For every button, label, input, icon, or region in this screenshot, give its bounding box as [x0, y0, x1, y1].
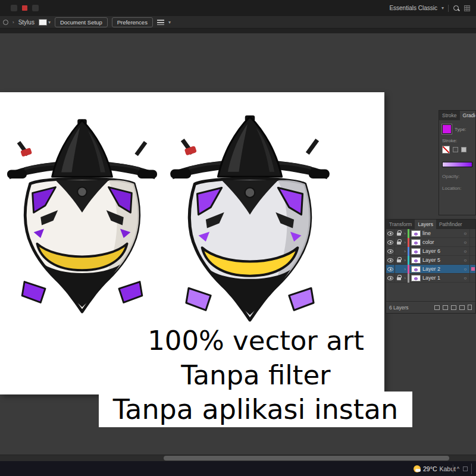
- motorcycle-illustration-right: [170, 115, 330, 324]
- layer-count-status: 6 Layers: [389, 305, 409, 311]
- expand-chevron-icon[interactable]: ›: [402, 258, 408, 263]
- tab-gradient[interactable]: Gradient: [460, 111, 476, 120]
- lock-icon: [397, 233, 401, 236]
- illustrator-window: Essentials Classic ▾ › Stylus ▾ Document…: [0, 0, 476, 476]
- expand-chevron-icon[interactable]: ›: [402, 240, 408, 245]
- target-circle-icon[interactable]: ○: [461, 258, 469, 263]
- visibility-toggle[interactable]: [386, 238, 395, 246]
- windows-taskbar: 29°C Kabut ^: [0, 461, 476, 476]
- home-icon[interactable]: [11, 5, 17, 11]
- selection-column[interactable]: [469, 238, 475, 246]
- preferences-button[interactable]: Preferences: [112, 17, 153, 27]
- divider: [448, 5, 449, 12]
- show-desktop-button[interactable]: [471, 464, 472, 474]
- horizontal-scrollbar[interactable]: [0, 455, 476, 461]
- location-label: Location:: [442, 186, 472, 191]
- selection-column[interactable]: [469, 256, 475, 264]
- search-icon[interactable]: [453, 5, 460, 12]
- expand-chevron-icon[interactable]: ›: [402, 267, 408, 272]
- style-swatch-dropdown[interactable]: ▾: [39, 19, 51, 26]
- layer-name[interactable]: Layer 5: [422, 257, 461, 263]
- visibility-toggle[interactable]: [386, 265, 395, 273]
- chevron-right-icon[interactable]: ›: [12, 20, 14, 25]
- layer-name[interactable]: Layer 6: [422, 248, 461, 254]
- layer-name[interactable]: line: [422, 230, 461, 236]
- target-circle-icon[interactable]: ○: [461, 275, 469, 281]
- visibility-toggle[interactable]: [386, 247, 395, 255]
- layer-row[interactable]: › Layer 5 ○: [386, 256, 475, 265]
- visibility-toggle[interactable]: [386, 274, 395, 282]
- lock-toggle[interactable]: [395, 240, 402, 245]
- layer-color-bar: [408, 247, 409, 256]
- document-setup-button[interactable]: Document Setup: [55, 17, 108, 27]
- lock-toggle[interactable]: [395, 231, 402, 236]
- lock-icon: [397, 259, 401, 262]
- target-circle-icon[interactable]: ○: [461, 240, 469, 245]
- target-circle-icon[interactable]: ○: [461, 231, 469, 236]
- tab-stroke[interactable]: Stroke: [439, 111, 460, 120]
- lock-toggle[interactable]: [395, 249, 402, 253]
- layer-name[interactable]: color: [422, 239, 461, 245]
- chevron-down-icon[interactable]: ▾: [441, 5, 444, 11]
- selection-column[interactable]: [469, 265, 475, 273]
- chevron-down-icon[interactable]: ▾: [48, 20, 51, 25]
- new-sublayer-icon[interactable]: [451, 305, 456, 310]
- eye-icon: [387, 258, 393, 262]
- new-layer-icon[interactable]: [459, 305, 465, 310]
- style-swatch[interactable]: [39, 19, 47, 26]
- menu-grid-icon[interactable]: [464, 5, 470, 11]
- options-sliders-icon[interactable]: [157, 19, 164, 25]
- collect-for-export-icon[interactable]: [434, 305, 440, 310]
- layer-row[interactable]: › color ○: [386, 238, 475, 247]
- lock-toggle[interactable]: [395, 267, 402, 271]
- stroke-label: Stroke:: [442, 138, 472, 143]
- tab-layers[interactable]: Layers: [415, 220, 436, 229]
- opacity-label: Opacity:: [442, 174, 472, 179]
- layer-color-bar: [408, 256, 409, 265]
- expand-chevron-icon[interactable]: ›: [402, 249, 408, 254]
- delete-layer-icon[interactable]: [468, 305, 472, 310]
- arrange-icon[interactable]: [32, 5, 39, 11]
- reverse-gradient-icon[interactable]: [453, 147, 458, 152]
- expand-chevron-icon[interactable]: ›: [402, 275, 408, 281]
- none-swatch[interactable]: [442, 146, 450, 154]
- layers-panel: Transform Layers Pathfinder › line ○ › c…: [386, 219, 476, 314]
- layer-color-bar: [408, 265, 409, 274]
- lock-toggle[interactable]: [395, 258, 402, 262]
- tool-indicator-icon[interactable]: [3, 20, 8, 25]
- selection-dot: [471, 267, 475, 271]
- selection-column[interactable]: [469, 229, 475, 237]
- visibility-toggle[interactable]: [386, 256, 395, 264]
- chevron-down-icon[interactable]: ▾: [168, 20, 171, 25]
- target-circle-icon[interactable]: ○: [461, 267, 469, 272]
- selection-column[interactable]: [469, 274, 475, 282]
- tray-status-icon[interactable]: [463, 466, 468, 471]
- weather-widget[interactable]: 29°C Kabut: [414, 461, 456, 476]
- expand-chevron-icon[interactable]: ›: [402, 231, 408, 236]
- selection-column[interactable]: [469, 247, 475, 255]
- style-label: Stylus: [18, 19, 35, 26]
- layer-color-bar: [408, 238, 409, 247]
- lock-toggle[interactable]: [395, 275, 402, 280]
- layer-row[interactable]: › Layer 6 ○: [386, 247, 475, 256]
- scrollbar-thumb[interactable]: [164, 456, 449, 461]
- tab-transform[interactable]: Transform: [386, 220, 415, 229]
- target-circle-icon[interactable]: ○: [461, 249, 469, 254]
- visibility-toggle[interactable]: [386, 229, 395, 237]
- layer-row[interactable]: › line ○: [386, 229, 475, 238]
- layer-row[interactable]: › Layer 2 ○: [386, 265, 475, 274]
- make-mask-icon[interactable]: [443, 305, 448, 310]
- tray-expand-icon[interactable]: ^: [457, 466, 459, 472]
- gradient-fill-swatch[interactable]: [442, 124, 452, 134]
- layer-name[interactable]: Layer 2: [422, 266, 461, 272]
- layer-name[interactable]: Layer 1: [422, 275, 461, 281]
- gradient-options-icon[interactable]: [461, 147, 466, 152]
- layers-panel-footer: 6 Layers: [386, 301, 475, 313]
- eye-icon: [387, 276, 393, 280]
- workspace-switcher[interactable]: Essentials Classic: [389, 5, 437, 11]
- gradient-slider[interactable]: [442, 162, 472, 167]
- caption-line-2: Tanpa filter: [119, 359, 393, 391]
- tab-pathfinder[interactable]: Pathfinder: [436, 220, 465, 229]
- layer-row[interactable]: › Layer 1 ○: [386, 274, 475, 283]
- type-label: Type:: [455, 127, 466, 132]
